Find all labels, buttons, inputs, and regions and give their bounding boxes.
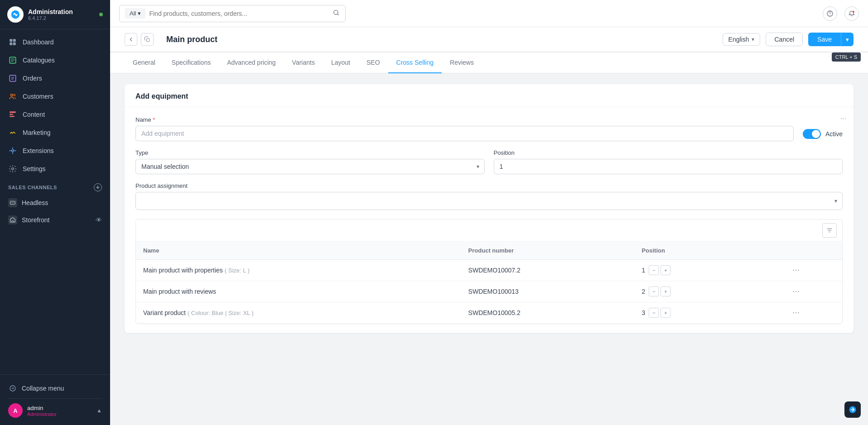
cancel-button[interactable]: Cancel — [766, 33, 803, 46]
type-label: Type — [135, 149, 485, 156]
row-product-number: SWDEMO100013 — [461, 281, 635, 302]
back-button[interactable] — [125, 33, 137, 46]
user-name: admin — [27, 405, 92, 411]
svg-point-19 — [829, 14, 830, 15]
bottom-right-badge[interactable] — [844, 401, 861, 418]
dashboard-icon — [8, 38, 17, 47]
language-chevron-icon: ▾ — [752, 36, 754, 43]
row-actions-button[interactable]: ··· — [792, 266, 800, 274]
svg-point-20 — [853, 11, 854, 13]
user-area[interactable]: A admin Administrator ▲ — [8, 398, 102, 420]
row-name-suffix: ( Size: L ) — [225, 267, 250, 274]
position-increase-button[interactable]: + — [661, 287, 670, 296]
page-nav — [125, 33, 154, 46]
notifications-button[interactable] — [844, 6, 859, 21]
tab-layout[interactable]: Layout — [323, 53, 358, 73]
position-increase-button[interactable]: + — [661, 265, 670, 275]
table-toolbar — [136, 220, 842, 242]
content-area: Main product English ▾ Cancel Save ▾ CTR… — [110, 27, 868, 425]
table-row: Variant product ( Colour: Blue | Size: X… — [136, 302, 842, 324]
type-select[interactable]: Manual selection Automatic selection — [135, 159, 485, 174]
svg-rect-4 — [13, 43, 16, 45]
sidebar-item-storefront[interactable]: Storefront 👁 — [0, 211, 110, 229]
type-field-group: Type Manual selection Automatic selectio… — [135, 149, 485, 174]
position-input[interactable] — [494, 159, 843, 174]
search-input[interactable] — [149, 10, 329, 17]
page-title: Main product — [166, 35, 217, 44]
svg-point-17 — [334, 10, 338, 14]
save-dropdown-button[interactable]: ▾ — [841, 33, 854, 46]
row-name: Main product with properties ( Size: L ) — [136, 260, 461, 281]
collapse-icon — [8, 384, 17, 393]
add-sales-channel-button[interactable]: + — [94, 183, 102, 191]
sidebar-item-label: Catalogues — [23, 57, 55, 64]
row-actions-button[interactable]: ··· — [792, 309, 800, 316]
col-product-number: Product number — [461, 242, 635, 260]
tab-advanced-pricing[interactable]: Advanced pricing — [219, 53, 284, 73]
sidebar-item-customers[interactable]: Customers — [0, 87, 110, 105]
sidebar-item-orders[interactable]: Orders — [0, 69, 110, 87]
headless-label: Headless — [22, 199, 48, 206]
extensions-icon — [8, 146, 17, 155]
tab-seo[interactable]: SEO — [358, 53, 388, 73]
collapse-menu-button[interactable]: Collapse menu — [8, 380, 102, 396]
position-increase-button[interactable]: + — [661, 308, 670, 318]
status-dot — [99, 13, 103, 16]
sidebar-item-dashboard[interactable]: Dashboard — [0, 33, 110, 51]
name-input[interactable] — [135, 126, 794, 141]
svg-point-13 — [12, 168, 14, 170]
collapse-label: Collapse menu — [22, 385, 64, 392]
card-body: ··· Name * — [125, 107, 854, 333]
product-assignment-chevron-icon: ▾ — [834, 198, 837, 204]
table-settings-button[interactable] — [822, 223, 837, 238]
save-button[interactable]: Save — [808, 33, 841, 46]
product-assignment-input[interactable] — [135, 192, 843, 210]
help-button[interactable] — [823, 6, 837, 21]
topbar-actions — [823, 6, 859, 21]
search-all-chevron-icon: ▾ — [138, 10, 141, 17]
position-decrease-button[interactable]: − — [649, 308, 659, 318]
col-actions — [747, 242, 785, 260]
page-body: Add equipment ··· Name * — [110, 73, 868, 425]
products-table: Name Product number Position — [136, 242, 842, 324]
duplicate-button[interactable] — [141, 33, 154, 46]
language-value: English — [728, 36, 749, 43]
active-label: Active — [825, 130, 843, 138]
sidebar-item-label: Extensions — [23, 147, 53, 154]
col-name: Name — [136, 242, 461, 260]
tab-variants[interactable]: Variants — [284, 53, 323, 73]
catalogues-icon — [8, 56, 17, 65]
storefront-eye-icon: 👁 — [96, 216, 102, 224]
svg-rect-10 — [10, 114, 13, 115]
language-selector[interactable]: English ▾ — [723, 33, 761, 46]
search-all-button[interactable]: All ▾ — [125, 8, 145, 19]
tab-general[interactable]: General — [125, 53, 164, 73]
row-product-number: SWDEMO10007.2 — [461, 260, 635, 281]
card-options-button[interactable]: ··· — [840, 115, 846, 123]
logo — [7, 6, 24, 23]
sidebar-item-headless[interactable]: Headless — [0, 194, 110, 211]
sidebar-item-settings[interactable]: Settings — [0, 160, 110, 178]
sidebar-item-content[interactable]: Content — [0, 105, 110, 124]
active-toggle[interactable] — [803, 129, 821, 139]
active-toggle-group: Active — [803, 116, 843, 139]
sidebar-item-label: Content — [23, 111, 45, 118]
sidebar-item-extensions[interactable]: Extensions — [0, 142, 110, 160]
svg-point-8 — [14, 94, 15, 96]
sidebar-item-marketing[interactable]: Marketing — [0, 124, 110, 142]
search-icon[interactable] — [333, 9, 340, 18]
sidebar-item-catalogues[interactable]: Catalogues — [0, 51, 110, 69]
name-active-row: Name * Active — [135, 116, 843, 141]
row-actions-button[interactable]: ··· — [792, 287, 800, 295]
position-decrease-button[interactable]: − — [649, 287, 659, 296]
position-decrease-button[interactable]: − — [649, 265, 659, 275]
svg-point-12 — [12, 150, 14, 152]
orders-icon — [8, 74, 17, 83]
tab-cross-selling[interactable]: Cross Selling — [388, 53, 442, 73]
sidebar-item-label: Dashboard — [23, 38, 54, 46]
tab-reviews[interactable]: Reviews — [442, 53, 482, 73]
tab-specifications[interactable]: Specifications — [164, 53, 219, 73]
content-icon — [8, 110, 17, 119]
product-assignment-section: Product assignment ▾ — [135, 182, 843, 210]
card-title: Add equipment — [135, 92, 188, 100]
